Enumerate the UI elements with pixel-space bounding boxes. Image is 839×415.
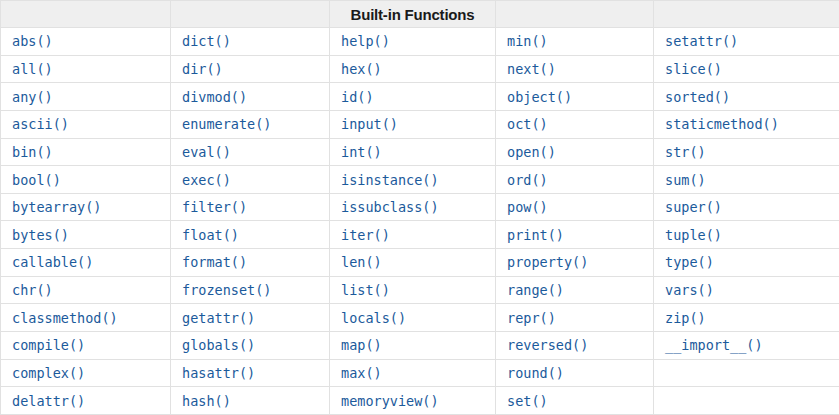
builtin-function-link[interactable]: object() [507,89,572,105]
builtin-function-link[interactable]: ord() [507,172,548,188]
builtin-function-link[interactable]: any() [12,89,53,105]
builtin-function-link[interactable]: filter() [182,199,247,215]
builtin-function-link[interactable]: globals() [182,337,255,353]
builtin-function-link[interactable]: format() [182,254,247,270]
builtin-function-link[interactable]: exec() [182,172,231,188]
builtin-function-link[interactable]: iter() [341,227,390,243]
builtin-function-link[interactable]: bool() [12,172,61,188]
builtin-function-link[interactable]: setattr() [665,33,738,49]
table-cell: complex() [1,359,171,387]
builtin-function-link[interactable]: int() [341,144,382,160]
table-cell: open() [496,138,654,166]
table-cell: format() [171,249,330,277]
builtin-function-link[interactable]: min() [507,33,548,49]
builtin-function-link[interactable]: float() [182,227,239,243]
builtin-function-link[interactable]: all() [12,61,53,77]
builtin-function-link[interactable]: memoryview() [341,393,439,409]
builtin-function-link[interactable]: oct() [507,116,548,132]
table-cell: bytes() [1,221,171,249]
builtin-function-link[interactable]: eval() [182,144,231,160]
header-cell-empty-5 [654,1,839,28]
table-cell: __import__() [654,332,839,360]
builtin-function-link[interactable]: chr() [12,282,53,298]
builtin-function-link[interactable]: staticmethod() [665,116,779,132]
builtin-function-link[interactable]: super() [665,199,722,215]
header-cell-empty-2 [171,1,330,28]
builtin-function-link[interactable]: vars() [665,282,714,298]
builtin-function-link[interactable]: abs() [12,33,53,49]
builtin-function-link[interactable]: classmethod() [12,310,118,326]
builtin-function-link[interactable]: hex() [341,61,382,77]
builtin-function-link[interactable]: dir() [182,61,223,77]
builtin-function-link[interactable]: slice() [665,61,722,77]
table-cell: any() [1,83,171,111]
builtin-function-link[interactable]: property() [507,254,588,270]
builtin-function-link[interactable]: round() [507,365,564,381]
builtin-function-link[interactable]: repr() [507,310,556,326]
builtin-function-link[interactable]: bin() [12,144,53,160]
builtin-function-link[interactable]: getattr() [182,310,255,326]
builtin-function-link[interactable]: locals() [341,310,406,326]
table-cell: int() [330,138,496,166]
table-cell: set() [496,387,654,415]
table-row: classmethod()getattr()locals()repr()zip(… [1,304,839,332]
builtin-function-link[interactable]: sorted() [665,89,730,105]
header-cell-empty-4 [496,1,654,28]
table-row: bool()exec()isinstance()ord()sum() [1,166,839,194]
builtin-function-link[interactable]: reversed() [507,337,588,353]
builtin-function-link[interactable]: issubclass() [341,199,439,215]
builtin-function-link[interactable]: divmod() [182,89,247,105]
table-cell: all() [1,55,171,83]
table-row: bin()eval()int()open()str() [1,138,839,166]
builtin-function-link[interactable]: str() [665,144,706,160]
table-cell: locals() [330,304,496,332]
table-row: callable()format()len()property()type() [1,249,839,277]
table-cell: bool() [1,166,171,194]
builtin-function-link[interactable]: set() [507,393,548,409]
table-cell: classmethod() [1,304,171,332]
builtin-function-link[interactable]: complex() [12,365,85,381]
table-cell: hasattr() [171,359,330,387]
builtin-function-link[interactable]: isinstance() [341,172,439,188]
builtin-function-link[interactable]: ascii() [12,116,69,132]
builtin-function-link[interactable]: frozenset() [182,282,271,298]
builtin-function-link[interactable]: range() [507,282,564,298]
table-cell: round() [496,359,654,387]
table-row: abs()dict()help()min()setattr() [1,28,839,56]
builtin-function-link[interactable]: list() [341,282,390,298]
builtin-function-link[interactable]: dict() [182,33,231,49]
builtin-function-link[interactable]: enumerate() [182,116,271,132]
builtin-function-link[interactable]: id() [341,89,374,105]
table-cell: issubclass() [330,193,496,221]
builtin-function-link[interactable]: callable() [12,254,93,270]
table-cell: frozenset() [171,276,330,304]
table-cell: ord() [496,166,654,194]
builtin-function-link[interactable]: input() [341,116,398,132]
builtin-function-link[interactable]: print() [507,227,564,243]
builtin-function-link[interactable]: len() [341,254,382,270]
builtin-function-link[interactable]: pow() [507,199,548,215]
builtin-function-link[interactable]: sum() [665,172,706,188]
builtin-function-link[interactable]: hash() [182,393,231,409]
builtin-function-link[interactable]: map() [341,337,382,353]
builtin-function-link[interactable]: max() [341,365,382,381]
builtin-function-link[interactable]: open() [507,144,556,160]
builtin-function-link[interactable]: compile() [12,337,85,353]
table-cell: len() [330,249,496,277]
builtin-function-link[interactable]: next() [507,61,556,77]
builtin-function-link[interactable]: delattr() [12,393,85,409]
builtin-function-link[interactable]: type() [665,254,714,270]
builtin-function-link[interactable]: hasattr() [182,365,255,381]
builtin-function-link[interactable]: bytearray() [12,199,101,215]
table-row: delattr()hash()memoryview()set() [1,387,839,415]
table-cell: input() [330,110,496,138]
builtin-function-link[interactable]: __import__() [665,337,763,353]
table-row: bytearray()filter()issubclass()pow()supe… [1,193,839,221]
table-row: any()divmod()id()object()sorted() [1,83,839,111]
builtin-function-link[interactable]: help() [341,33,390,49]
builtin-function-link[interactable]: bytes() [12,227,69,243]
builtin-function-link[interactable]: zip() [665,310,706,326]
table-cell: getattr() [171,304,330,332]
builtin-function-link[interactable]: tuple() [665,227,722,243]
table-cell: str() [654,138,839,166]
